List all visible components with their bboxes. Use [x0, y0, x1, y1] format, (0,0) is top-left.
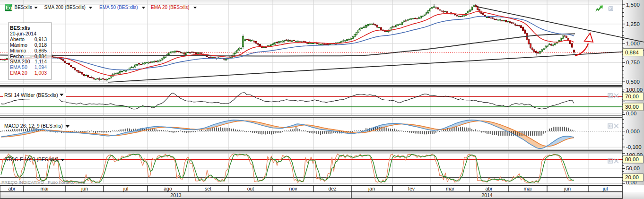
- svg-text:out: out: [247, 186, 254, 191]
- svg-text:jul: jul: [123, 186, 129, 191]
- svg-text:jan: jan: [368, 186, 375, 191]
- svg-text:2014: 2014: [481, 192, 493, 198]
- svg-text:nov: nov: [289, 186, 298, 191]
- svg-text:20,00: 20,00: [625, 174, 639, 180]
- svg-text:abr: abr: [8, 186, 16, 191]
- svg-text:70,00: 70,00: [625, 94, 639, 99]
- svg-text:0,000: 0,000: [626, 129, 640, 134]
- svg-text:abr: abr: [485, 186, 493, 191]
- svg-text:0,00: 0,00: [626, 111, 636, 116]
- svg-text:mar: mar: [446, 186, 455, 191]
- svg-text:80,00: 80,00: [625, 156, 639, 162]
- svg-text:0,884: 0,884: [625, 50, 639, 55]
- svg-text:1,500: 1,500: [626, 2, 640, 8]
- svg-text:20-jun-2014: 20-jun-2014: [10, 31, 36, 36]
- svg-text:1,000: 1,000: [626, 41, 640, 46]
- svg-text:STOC-F 10; 3 (BES:xlis): STOC-F 10; 3 (BES:xlis): [5, 156, 59, 162]
- svg-text:SMA 200 (BES:xlis): SMA 200 (BES:xlis): [44, 5, 86, 10]
- svg-text:jul: jul: [602, 186, 608, 191]
- svg-text:Máximo: Máximo: [10, 42, 27, 48]
- svg-text:EMA 20 (BES:xlis): EMA 20 (BES:xlis): [151, 5, 190, 10]
- svg-text:0,918: 0,918: [35, 42, 47, 48]
- svg-text:ago: ago: [164, 186, 172, 191]
- svg-text:30,00: 30,00: [625, 104, 639, 110]
- svg-text:0,913: 0,913: [35, 36, 47, 42]
- svg-text:-0,100: -0,100: [626, 144, 642, 150]
- svg-text:0,500: 0,500: [626, 79, 640, 85]
- svg-text:mai: mai: [41, 186, 49, 191]
- svg-text:SMA 200: SMA 200: [10, 59, 30, 64]
- svg-text:Mínimo: Mínimo: [10, 48, 26, 53]
- svg-text:fev: fev: [408, 186, 415, 191]
- svg-text:jun: jun: [81, 186, 88, 191]
- svg-text:RSI 14 Wilder (BES:xlis): RSI 14 Wilder (BES:xlis): [4, 92, 58, 98]
- svg-text:50,00: 50,00: [626, 165, 640, 171]
- svg-text:1,003: 1,003: [35, 70, 47, 76]
- svg-text:jun: jun: [564, 186, 571, 191]
- svg-text:Aberto: Aberto: [10, 36, 25, 42]
- svg-text:100,00: 100,00: [626, 87, 643, 93]
- svg-text:0,750: 0,750: [626, 60, 640, 65]
- svg-text:dez: dez: [329, 186, 337, 191]
- svg-text:EMA 50: EMA 50: [10, 64, 27, 70]
- svg-text:1,250: 1,250: [626, 21, 640, 27]
- svg-text:2013: 2013: [170, 192, 182, 198]
- svg-text:EMA 20: EMA 20: [10, 70, 27, 76]
- svg-text:Fecho: Fecho: [10, 53, 24, 59]
- svg-text:EMA 50 (BES:xlis): EMA 50 (BES:xlis): [99, 5, 138, 10]
- svg-text:mai: mai: [524, 186, 532, 191]
- svg-text:set: set: [205, 186, 211, 191]
- svg-text:BES:xlis: BES:xlis: [10, 25, 30, 31]
- svg-text:0,884: 0,884: [35, 53, 47, 59]
- svg-text:MACD 26; 12; 9 (BES:xlis): MACD 26; 12; 9 (BES:xlis): [4, 123, 63, 129]
- svg-text:Eq: Eq: [6, 5, 12, 10]
- svg-text:1,094: 1,094: [35, 64, 47, 70]
- svg-text:1,114: 1,114: [35, 59, 47, 64]
- svg-text:0,865: 0,865: [35, 48, 47, 53]
- svg-text:BES:xlis: BES:xlis: [15, 5, 32, 10]
- svg-text:PREÇO INDICATIVO Fuso horári: PREÇO INDICATIVO Fuso horário: TMG: [1, 180, 86, 185]
